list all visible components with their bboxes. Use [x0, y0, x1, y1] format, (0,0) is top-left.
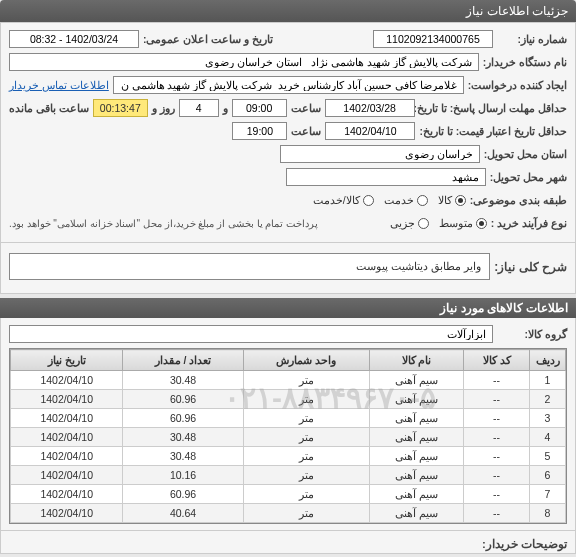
goods-radio[interactable]: کالا [438, 194, 466, 206]
validity-date-field[interactable] [325, 122, 415, 140]
service-radio[interactable]: خدمت [384, 194, 428, 206]
table-row[interactable]: 1--سیم آهنیمتر30.481402/04/10 [11, 371, 566, 390]
cell-idx: 1 [530, 371, 566, 390]
validity-label: حداقل تاریخ اعتبار قیمت: تا تاریخ: [419, 125, 567, 137]
cell-code: -- [464, 447, 530, 466]
cell-qty: 30.48 [123, 371, 243, 390]
purchase-note: پرداخت تمام یا بخشی از مبلغ خرید،از محل … [9, 218, 318, 229]
description-panel: شرح کلی نیاز: وایر مطابق دیتاشیت پیوست [0, 243, 576, 294]
cell-date: 1402/04/10 [11, 371, 123, 390]
cell-idx: 6 [530, 466, 566, 485]
cell-code: -- [464, 409, 530, 428]
small-radio[interactable]: جزیی [390, 217, 429, 229]
buyer-notes-label: توضیحات خریدار: [482, 538, 567, 550]
cell-date: 1402/04/10 [11, 428, 123, 447]
th-name: نام کالا [369, 350, 463, 371]
cell-unit: متر [243, 447, 369, 466]
cell-code: -- [464, 485, 530, 504]
cell-date: 1402/04/10 [11, 447, 123, 466]
goods-table-wrap: ردیف کد کالا نام کالا واحد شمارش تعداد /… [9, 348, 567, 524]
goods-table: ردیف کد کالا نام کالا واحد شمارش تعداد /… [10, 349, 566, 523]
group-label: گروه کالا: [497, 328, 567, 340]
cell-date: 1402/04/10 [11, 485, 123, 504]
cell-name: سیم آهنی [369, 466, 463, 485]
cell-idx: 2 [530, 390, 566, 409]
desc-label: شرح کلی نیاز: [494, 260, 567, 274]
cell-qty: 60.96 [123, 390, 243, 409]
purchase-type-label: نوع فرآیند خرید : [491, 217, 567, 229]
public-date-field[interactable] [9, 30, 139, 48]
need-no-label: شماره نیاز: [497, 33, 567, 45]
cell-name: سیم آهنی [369, 409, 463, 428]
contact-link[interactable]: اطلاعات تماس خریدار [9, 79, 109, 91]
cell-date: 1402/04/10 [11, 409, 123, 428]
table-row[interactable]: 4--سیم آهنیمتر30.481402/04/10 [11, 428, 566, 447]
cell-name: سیم آهنی [369, 390, 463, 409]
cell-name: سیم آهنی [369, 428, 463, 447]
cell-unit: متر [243, 428, 369, 447]
cell-qty: 40.64 [123, 504, 243, 523]
cell-name: سیم آهنی [369, 447, 463, 466]
city-field[interactable] [286, 168, 486, 186]
th-unit: واحد شمارش [243, 350, 369, 371]
table-row[interactable]: 2--سیم آهنیمتر60.961402/04/10 [11, 390, 566, 409]
cell-date: 1402/04/10 [11, 466, 123, 485]
table-row[interactable]: 3--سیم آهنیمتر60.961402/04/10 [11, 409, 566, 428]
deadline-label: حداقل مهلت ارسال پاسخ: تا تاریخ: [419, 102, 567, 114]
deadline-date-field[interactable] [325, 99, 415, 117]
time-label-2: ساعت [291, 125, 321, 137]
cell-idx: 8 [530, 504, 566, 523]
cell-unit: متر [243, 466, 369, 485]
subject-class-group: کالا خدمت کالا/خدمت [313, 194, 466, 206]
radio-icon [455, 195, 466, 206]
cell-code: -- [464, 428, 530, 447]
cell-idx: 3 [530, 409, 566, 428]
validity-time-field[interactable] [232, 122, 287, 140]
cell-name: سیم آهنی [369, 485, 463, 504]
public-date-label: تاریخ و ساعت اعلان عمومی: [143, 33, 273, 45]
cell-unit: متر [243, 485, 369, 504]
radio-icon [417, 195, 428, 206]
goods-section-title: اطلاعات کالاهای مورد نیاز [0, 298, 576, 318]
table-row[interactable]: 8--سیم آهنیمتر40.641402/04/10 [11, 504, 566, 523]
table-header-row: ردیف کد کالا نام کالا واحد شمارش تعداد /… [11, 350, 566, 371]
page-title: جزئیات اطلاعات نیاز [466, 4, 568, 18]
cell-code: -- [464, 371, 530, 390]
countdown-timer: 00:13:47 [93, 99, 148, 117]
city-label: شهر محل تحویل: [490, 171, 567, 183]
province-field[interactable] [280, 145, 480, 163]
medium-radio[interactable]: متوسط [439, 217, 487, 229]
table-row[interactable]: 7--سیم آهنیمتر60.961402/04/10 [11, 485, 566, 504]
deadline-time-field[interactable] [232, 99, 287, 117]
goods-service-radio[interactable]: کالا/خدمت [313, 194, 374, 206]
buyer-field[interactable] [9, 53, 479, 71]
province-label: استان محل تحویل: [484, 148, 567, 160]
form-panel: شماره نیاز: تاریخ و ساعت اعلان عمومی: نا… [0, 22, 576, 243]
th-qty: تعداد / مقدار [123, 350, 243, 371]
radio-icon [418, 218, 429, 229]
days-field[interactable] [179, 99, 219, 117]
days-label: روز و [152, 102, 175, 114]
goods-panel: گروه کالا: ردیف کد کالا نام کالا واحد شم… [0, 318, 576, 531]
subject-class-label: طبقه بندی موضوعی: [470, 194, 567, 206]
cell-idx: 7 [530, 485, 566, 504]
creator-label: ایجاد کننده درخواست: [468, 79, 567, 91]
cell-unit: متر [243, 371, 369, 390]
cell-code: -- [464, 390, 530, 409]
table-row[interactable]: 5--سیم آهنیمتر30.481402/04/10 [11, 447, 566, 466]
th-idx: ردیف [530, 350, 566, 371]
cell-date: 1402/04/10 [11, 504, 123, 523]
table-row[interactable]: 6--سیم آهنیمتر10.161402/04/10 [11, 466, 566, 485]
th-code: کد کالا [464, 350, 530, 371]
need-no-field[interactable] [373, 30, 493, 48]
cell-unit: متر [243, 390, 369, 409]
group-field[interactable] [9, 325, 493, 343]
cell-qty: 60.96 [123, 409, 243, 428]
cell-unit: متر [243, 409, 369, 428]
buyer-label: نام دستگاه خریدار: [483, 56, 567, 68]
purchase-type-group: متوسط جزیی [390, 217, 487, 229]
cell-code: -- [464, 504, 530, 523]
creator-field[interactable] [113, 76, 464, 94]
page-header: جزئیات اطلاعات نیاز [0, 0, 576, 22]
th-date: تاریخ نیاز [11, 350, 123, 371]
